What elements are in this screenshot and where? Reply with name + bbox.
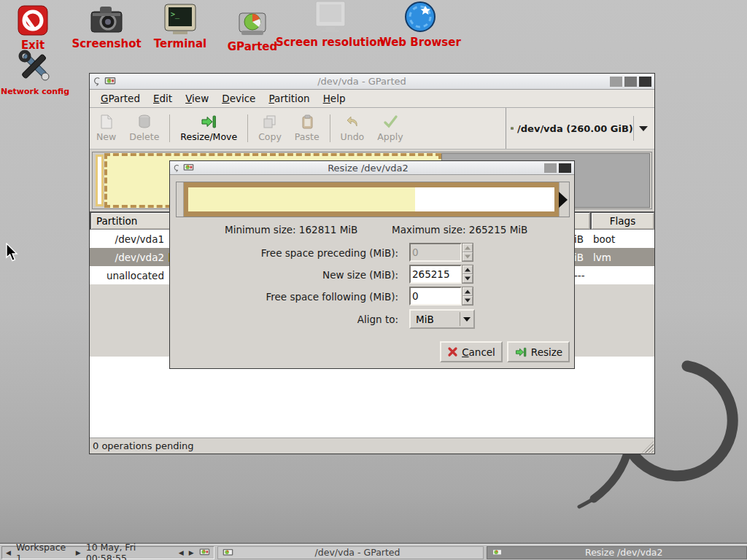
desktop-icon-web-browser[interactable]: Web Browser (376, 0, 465, 49)
chevron-down-icon (460, 317, 473, 322)
device-label: /dev/vda (260.00 GiB) (517, 123, 633, 134)
resize-right-handle[interactable] (559, 182, 569, 217)
iconbox-prev-icon[interactable]: ◀ (179, 549, 184, 556)
paste-button[interactable]: Paste (288, 108, 326, 149)
spin-down-button[interactable] (462, 296, 473, 305)
menu-view[interactable]: View (179, 90, 215, 106)
menu-edit[interactable]: Edit (147, 90, 179, 106)
cancel-button[interactable]: Cancel (440, 341, 503, 362)
align-to-value: MiB (411, 314, 460, 325)
resize-move-icon (200, 114, 217, 130)
spin-up-button[interactable] (462, 287, 473, 296)
desktop-icon-terminal[interactable]: >_ Terminal (150, 1, 211, 50)
desktop-icon-exit[interactable]: Exit (9, 3, 57, 52)
minimum-size-label: Minimum size: 162811 MiB (225, 224, 357, 236)
resize-dialog: Resize /dev/vda2 Minimum size: 162811 Mi… (169, 160, 575, 369)
toolbar-separator (247, 114, 248, 142)
resize-move-button[interactable]: Resize/Move (174, 108, 244, 149)
dialog-titlebar[interactable]: Resize /dev/vda2 (170, 161, 574, 175)
resize-left-handle[interactable] (177, 182, 184, 217)
clock: 10 May, Fri 00:58:55 (86, 542, 174, 560)
main-titlebar[interactable]: /dev/vda - GParted (90, 74, 654, 90)
resize-button[interactable]: Resize (507, 341, 570, 362)
workspace-next-icon[interactable]: ▶ (76, 549, 81, 556)
new-size-label: New size (MiB): (214, 269, 398, 281)
workspace-label: Workspace 1 (16, 542, 71, 560)
gparted-window-icon (104, 77, 116, 86)
device-selector[interactable]: /dev/vda (260.00 GiB) (506, 108, 654, 149)
resize-grip[interactable] (642, 441, 654, 453)
spin-down-button[interactable] (462, 252, 473, 261)
apply-check-icon (382, 114, 398, 130)
undo-icon (344, 114, 360, 130)
menubar: GParted Edit View Device Partition Help (90, 90, 654, 108)
gparted-task-icon (222, 548, 233, 557)
align-to-dropdown[interactable]: MiB (409, 309, 475, 329)
main-window-title: /dev/vda - GParted (116, 76, 608, 87)
dialog-close-button[interactable] (559, 163, 571, 173)
spin-up-button[interactable] (462, 244, 473, 252)
gparted-tray-icon[interactable] (199, 548, 210, 557)
statusbar: 0 operations pending (90, 438, 654, 454)
debian-swirl-icon (93, 76, 102, 87)
taskbar-button-gparted[interactable]: /dev/vda - GParted (217, 546, 484, 559)
copy-icon (262, 114, 278, 130)
taskbar: ◀ Workspace 1 ▶ 10 May, Fri 00:58:55 ◀ ▶… (0, 544, 747, 560)
free-space-bar (415, 187, 554, 211)
resize-partition-bar[interactable] (184, 182, 559, 217)
free-space-preceding-input[interactable] (409, 243, 462, 262)
new-size-input[interactable] (409, 265, 462, 284)
spin-up-button[interactable] (462, 265, 473, 274)
gparted-task-icon (492, 548, 503, 557)
mouse-cursor (6, 243, 20, 262)
right-arrow-icon (559, 192, 568, 208)
copy-button[interactable]: Copy (252, 108, 288, 149)
workspace-prev-icon[interactable]: ◀ (6, 549, 11, 556)
taskbar-button-resize-dialog[interactable]: Resize /dev/vda2 (487, 546, 747, 559)
delete-button[interactable]: Delete (123, 108, 166, 149)
column-header-partition[interactable]: Partition (90, 211, 173, 230)
close-button[interactable] (639, 77, 651, 87)
menu-gparted[interactable]: GParted (94, 90, 147, 106)
gparted-disk-icon (237, 4, 268, 38)
desktop-icon-gparted[interactable]: GParted (228, 4, 277, 53)
iconbox-next-icon[interactable]: ▶ (189, 549, 194, 556)
paste-icon (299, 114, 315, 130)
resize-arrow-icon (514, 346, 527, 358)
new-size-spinbox (409, 265, 473, 284)
toolbar-separator (169, 114, 170, 142)
resize-slider-widget (176, 182, 570, 217)
dialog-title: Resize /dev/vda2 (194, 163, 542, 174)
globe-icon (403, 0, 438, 34)
free-space-preceding-label: Free space preceding (MiB): (214, 247, 398, 259)
camera-icon (88, 1, 125, 35)
toolbar: New Delete Resize/Move Copy Paste Undo A… (90, 108, 654, 149)
menu-help[interactable]: Help (317, 90, 352, 106)
delete-partition-icon (136, 114, 152, 130)
free-space-preceding-spinbox (409, 243, 473, 262)
align-to-label: Align to: (214, 314, 398, 325)
desktop-icon-network-config[interactable]: Network config (6, 51, 64, 96)
apply-button[interactable]: Apply (371, 108, 409, 149)
gparted-window-icon (183, 163, 194, 172)
new-button[interactable]: New (90, 108, 123, 149)
desktop-icon-screenshot[interactable]: Screenshot (73, 1, 140, 50)
terminal-icon: >_ (163, 1, 198, 35)
menu-device[interactable]: Device (215, 90, 262, 106)
free-space-following-input[interactable] (409, 287, 462, 306)
partition-visual-vda1[interactable] (96, 155, 104, 206)
maximize-button[interactable] (624, 77, 637, 87)
dialog-maximize-button[interactable] (544, 163, 557, 173)
desktop-icon-screen-resolution[interactable]: Screen resolution (285, 0, 376, 49)
minimize-button[interactable] (610, 77, 622, 87)
column-header-flags[interactable]: Flags (590, 211, 654, 230)
undo-button[interactable]: Undo (334, 108, 371, 149)
free-space-following-spinbox (409, 287, 473, 306)
used-space-bar (188, 187, 415, 211)
power-icon (17, 3, 49, 36)
menu-partition[interactable]: Partition (262, 90, 316, 106)
debian-swirl-icon (173, 163, 181, 173)
maximum-size-label: Maximum size: 265215 MiB (392, 224, 527, 236)
spin-down-button[interactable] (462, 274, 473, 283)
cancel-x-icon (447, 346, 458, 357)
